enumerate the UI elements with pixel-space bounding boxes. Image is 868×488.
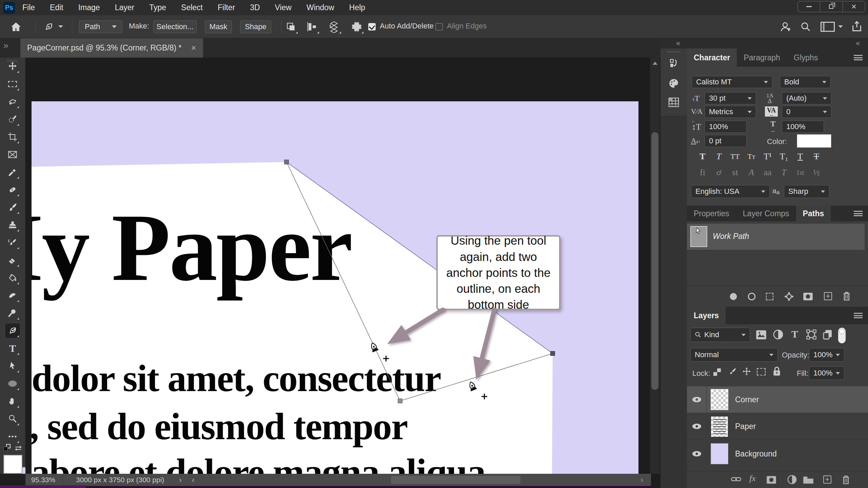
subscript-button[interactable]: T₁ [777,151,791,162]
tab-paragraph[interactable]: Paragraph [737,48,787,67]
lock-position-icon[interactable] [742,367,751,377]
status-prev-icon[interactable]: ‹ [192,475,195,485]
share-icon[interactable] [851,20,863,33]
status-next-icon[interactable]: › [179,475,182,485]
small-caps-button[interactable]: Tᴛ [745,151,758,162]
layer-thumbnail[interactable] [711,416,728,437]
tab-layer-comps[interactable]: Layer Comps [736,206,796,221]
menu-help[interactable]: Help [342,0,373,15]
account-icon[interactable] [780,21,791,33]
work-path-row[interactable]: Work Path [687,224,865,250]
make-selection-button[interactable]: Selection... [153,20,197,33]
faux-italic-button[interactable]: T [712,151,726,162]
ligatures-button[interactable]: fi [696,167,709,178]
menu-select[interactable]: Select [174,0,210,15]
menu-image[interactable]: Image [71,0,107,15]
filter-pixel-layers-icon[interactable] [756,330,767,340]
layer-filter-select[interactable]: Kind [690,328,750,342]
history-panel-icon[interactable] [668,58,679,69]
tab-layers[interactable]: Layers [687,307,726,324]
dodge-tool[interactable] [5,306,20,321]
scroll-right-icon[interactable]: › [640,475,643,485]
home-icon[interactable] [10,21,22,33]
all-caps-button[interactable]: TT [728,151,742,162]
panel-menu-icon[interactable] [854,55,863,60]
swash-button[interactable]: A [745,167,758,178]
zoom-level[interactable]: 95.33% [31,476,55,484]
superscript-button[interactable]: T¹ [761,151,774,162]
menu-view[interactable]: View [268,0,299,15]
new-group-icon[interactable] [803,475,814,484]
workspace-chevron[interactable] [838,25,843,28]
smudge-tool[interactable] [5,288,20,303]
rectangular-marquee-tool[interactable] [5,77,20,92]
horizontal-scroll-thumb[interactable] [391,476,520,484]
path-arrangement-chevron[interactable] [339,32,341,34]
path-as-selection-icon[interactable] [766,293,773,300]
visibility-cell[interactable] [687,441,707,467]
path-operations-icon[interactable] [285,21,296,32]
dock-grip[interactable] [667,51,680,53]
lock-pixels-icon[interactable] [728,367,737,377]
lock-artboard-icon[interactable] [757,368,766,375]
fill-input[interactable]: 100% [809,366,844,380]
more-tools[interactable] [5,429,20,444]
auto-add-delete-checkbox[interactable] [368,23,376,30]
tracking-select[interactable]: 0 [782,106,831,118]
history-brush-tool[interactable] [5,235,20,250]
make-mask-button[interactable]: Mask [205,20,232,33]
color-panel-icon[interactable] [668,78,679,89]
new-adjustment-layer-icon[interactable] [787,475,797,484]
stroke-path-icon[interactable] [747,292,756,301]
tab-close-icon[interactable]: × [191,43,196,53]
tab-properties[interactable]: Properties [687,206,736,221]
filter-adjustment-layers-icon[interactable] [773,329,783,340]
frame-tool[interactable] [5,147,20,162]
path-operations-chevron[interactable] [296,32,298,34]
menu-filter[interactable]: Filter [210,0,242,15]
delete-path-icon[interactable] [842,291,851,301]
font-style-select[interactable]: Bold [780,76,831,88]
lock-transparency-icon[interactable] [713,368,721,376]
make-shape-button[interactable]: Shape [240,20,271,33]
gear-chevron[interactable] [361,32,363,34]
align-edges-checkbox[interactable] [435,23,443,30]
zoom-tool[interactable] [5,411,20,426]
path-arrangement-icon[interactable] [328,21,340,33]
ellipse-tool[interactable] [5,376,20,391]
layer-effects-icon[interactable]: fx [749,473,756,484]
workspace-icon[interactable] [821,22,835,32]
type-tool[interactable]: T [5,341,20,356]
fractions-button[interactable]: ½ [810,167,823,178]
layer-row-corner[interactable]: Corner [687,386,868,413]
contextual-alternates-button[interactable]: ơ [712,167,726,178]
add-layer-mask-icon[interactable] [766,475,776,484]
delete-layer-icon[interactable] [842,475,850,485]
gear-icon[interactable] [351,21,362,33]
font-size-select[interactable]: 30 pt [705,92,756,104]
blend-mode-select[interactable]: Normal [690,348,778,362]
new-layer-icon[interactable]: + [823,475,831,484]
path-alignment-icon[interactable] [307,21,318,32]
scroll-up-icon[interactable] [653,62,657,65]
vertical-scale-input[interactable]: 100% [705,121,747,133]
faux-bold-button[interactable]: T [696,151,709,162]
close-button[interactable]: × [843,1,865,12]
underline-button[interactable]: T [793,151,807,162]
menu-window[interactable]: Window [299,0,342,15]
layer-row-paper[interactable]: Paper [687,413,868,440]
menu-3d[interactable]: 3D [242,0,267,15]
text-color-swatch[interactable] [797,134,831,148]
brush-tool[interactable] [5,200,20,215]
fill-path-icon[interactable] [729,292,738,301]
tab-character[interactable]: Character [687,48,737,67]
swap-colors-icon[interactable] [14,445,22,451]
panel-menu-icon[interactable] [854,211,863,216]
tab-glyphs[interactable]: Glyphs [787,48,825,67]
pen-tool[interactable] [5,323,20,338]
default-colors-icon[interactable] [3,444,11,451]
swatches-panel-icon[interactable] [668,97,679,108]
anti-alias-select[interactable]: Sharp [784,185,829,198]
visibility-cell[interactable] [687,386,707,413]
lock-all-icon[interactable] [772,366,781,377]
